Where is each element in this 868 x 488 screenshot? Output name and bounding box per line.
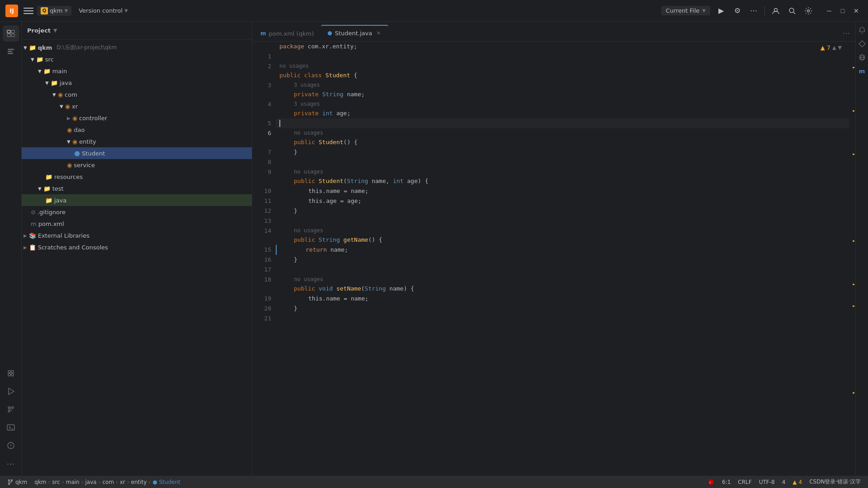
tree-item-service[interactable]: ◉ service — [22, 159, 252, 171]
tree-item-qkm[interactable]: ▼ 📁 qkm D:\乐面\xr-project\qkm — [22, 42, 252, 53]
tree-label: com — [65, 91, 77, 98]
tree-item-entity[interactable]: ▼ ◉ entity — [22, 136, 252, 147]
tree-item-src[interactable]: ▼ 📁 src — [22, 53, 252, 65]
activity-more[interactable]: ⋯ — [3, 455, 19, 472]
activity-git[interactable] — [3, 401, 19, 418]
tree-item-main[interactable]: ▼ 📁 main — [22, 65, 252, 77]
search-button[interactable] — [785, 4, 799, 18]
status-git-branch[interactable]: qkm — [4, 476, 31, 488]
run-config-selector[interactable]: Current File ▼ — [661, 6, 710, 15]
hamburger-menu[interactable] — [24, 6, 33, 16]
text-cursor — [279, 120, 280, 127]
code-line-9 — [276, 157, 849, 167]
run-button[interactable]: ▶ — [714, 4, 728, 18]
bc-com: com — [102, 479, 114, 485]
line-num-17: 17 — [252, 265, 276, 275]
status-lang[interactable]: CSDN登录·错误·汉字 — [806, 478, 864, 486]
tree-item-student[interactable]: ● Student — [22, 147, 252, 159]
tree-item-pom[interactable]: m pom.xml — [22, 218, 252, 230]
hint-line-4: 3 usages — [276, 80, 849, 89]
line-num-13: 13 — [252, 216, 276, 226]
code-text[interactable]: package com.xr.entity; no usages public … — [276, 42, 849, 475]
status-line-ending[interactable]: CRLF — [734, 479, 755, 485]
maximize-button[interactable]: □ — [836, 5, 849, 17]
status-encoding[interactable]: UTF-8 — [755, 479, 778, 485]
tree-label: controller — [79, 115, 107, 122]
code-line-2 — [276, 52, 849, 61]
code-line-14 — [276, 216, 849, 226]
activity-problems[interactable] — [3, 437, 19, 454]
code-line-3: public class Student { — [276, 70, 849, 80]
tree-item-test[interactable]: ▼ 📁 test — [22, 183, 252, 194]
tree-item-gitignore[interactable]: ⊘ .gitignore — [22, 206, 252, 218]
scrollbar-panel[interactable] — [849, 42, 855, 475]
settings-button[interactable] — [801, 4, 816, 18]
package-icon: ◉ — [58, 91, 63, 98]
svg-marker-24 — [859, 41, 865, 47]
maven-button[interactable]: m — [857, 66, 867, 76]
title-bar: IJ Q qkm ▼ Version control ▼ Current Fil… — [0, 0, 868, 22]
folder-icon: 📁 — [45, 174, 52, 180]
close-button[interactable]: ✕ — [850, 5, 863, 17]
tab-more-button[interactable]: ⋯ — [839, 25, 854, 41]
tree-item-java-test[interactable]: 📁 java — [22, 194, 252, 206]
more-actions-button[interactable]: ⋯ — [746, 4, 761, 18]
debug-button[interactable]: ⚙ — [730, 4, 745, 18]
tree-label: dao — [74, 127, 85, 133]
tree-label: java — [60, 80, 72, 86]
app-logo: IJ — [5, 5, 18, 17]
tree-item-resources[interactable]: 📁 resources — [22, 171, 252, 183]
status-warnings-bar[interactable]: ▲ 4 — [789, 479, 806, 485]
tree-item-com[interactable]: ▼ ◉ com — [22, 89, 252, 100]
notifications-button[interactable] — [857, 25, 867, 35]
vcs-label: Version control — [79, 7, 123, 14]
vcs-selector[interactable]: Version control ▼ — [75, 6, 132, 15]
activity-run[interactable] — [3, 383, 19, 399]
tree-label: pom.xml — [38, 221, 64, 227]
hint-line-5: 3 usages — [276, 99, 849, 108]
activity-structure[interactable] — [3, 43, 19, 60]
tree-item-xr[interactable]: ▼ ◉ xr — [22, 100, 252, 112]
line-num-8: 8 — [252, 157, 276, 167]
tab-pom[interactable]: m pom.xml (qkm) — [254, 25, 320, 41]
bc-entity: entity — [131, 479, 147, 485]
tab-close-student[interactable]: ✕ — [375, 29, 382, 37]
plugins-right-button[interactable] — [857, 39, 867, 49]
minimize-button[interactable]: ─ — [823, 5, 835, 17]
line-num-12: 12 — [252, 206, 276, 216]
svg-rect-9 — [8, 51, 12, 52]
java-tab-icon: ● — [327, 30, 332, 36]
code-line-17: } — [276, 255, 849, 265]
hint-line-3: no usages — [276, 61, 849, 70]
tree-item-controller[interactable]: ▶ ◉ controller — [22, 112, 252, 124]
package-icon: ◉ — [67, 162, 72, 169]
folder-icon: 📁 — [45, 197, 52, 204]
expand-icon: ▼ — [45, 80, 49, 85]
tree-label: .gitignore — [38, 209, 66, 216]
code-line-11: this.name = name; — [276, 186, 849, 196]
status-csdn[interactable]: C — [704, 479, 718, 486]
expand-icon: ▼ — [60, 104, 63, 109]
world-button[interactable] — [857, 52, 867, 62]
svg-rect-13 — [8, 374, 10, 376]
sidebar-title: Project — [27, 27, 51, 34]
tree-item-scratches[interactable]: ▶ 📋 Scratches and Consoles — [22, 241, 252, 253]
folder-icon: 📁 — [43, 68, 51, 75]
status-indent[interactable]: 4 — [778, 479, 789, 485]
git-icon: ⊘ — [31, 209, 36, 216]
tree-item-java-main[interactable]: ▼ 📁 java — [22, 77, 252, 89]
warnings-indicator[interactable]: ▲ 7 ▲ ▼ — [821, 44, 842, 51]
account-button[interactable] — [769, 4, 783, 18]
tree-item-external-libs[interactable]: ▶ 📚 External Libraries — [22, 230, 252, 241]
line-num-10: 10 — [252, 186, 276, 196]
activity-plugins[interactable] — [3, 365, 19, 381]
project-selector[interactable]: Q qkm ▼ — [37, 6, 71, 16]
line-num-11: 11 — [252, 196, 276, 206]
tree-item-dao[interactable]: ◉ dao — [22, 124, 252, 136]
editor-area: m pom.xml (qkm) ● Student.java ✕ ⋯ ▲ 7 ▲… — [252, 22, 855, 475]
activity-terminal[interactable] — [3, 419, 19, 436]
expand-icon: ▼ — [52, 92, 56, 97]
activity-project[interactable] — [3, 25, 19, 42]
status-position[interactable]: 6:1 — [718, 479, 734, 485]
tab-student[interactable]: ● Student.java ✕ — [321, 25, 388, 41]
